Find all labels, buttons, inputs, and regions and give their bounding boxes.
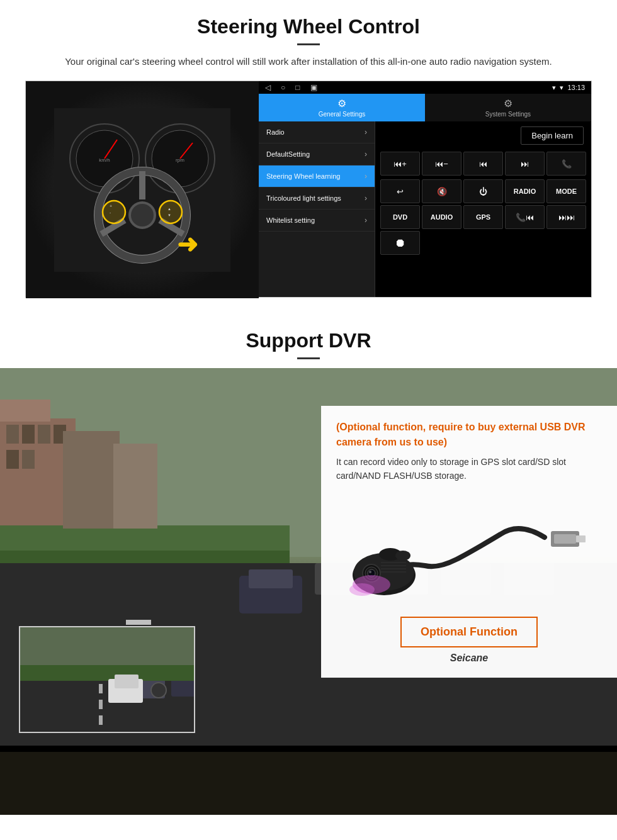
menu-nav-icon[interactable]: ▣ — [310, 83, 317, 92]
menu-item-tricoloured[interactable]: Tricoloured light settings › — [259, 188, 375, 210]
ctrl-btn-prev[interactable]: ⏮ — [463, 152, 503, 176]
svg-rect-63 — [554, 534, 576, 544]
ctrl-btn-next-next[interactable]: ⏭⏭ — [546, 205, 586, 229]
seicane-brand: Seicane — [450, 652, 488, 664]
dvr-title-area: Support DVR — [0, 310, 617, 359]
svg-rect-29 — [6, 450, 19, 469]
radio-chevron-icon: › — [365, 128, 367, 137]
tab-system-settings[interactable]: ⚙ System Settings — [425, 94, 591, 121]
svg-point-17 — [159, 201, 182, 223]
svg-rect-55 — [99, 715, 103, 725]
dvr-title-divider — [297, 357, 320, 359]
optional-function-label: Optional Function — [421, 625, 518, 639]
dvr-thumbnail — [19, 626, 195, 733]
svg-text:▲: ▲ — [167, 207, 171, 211]
svg-text:+: + — [110, 204, 112, 208]
menu-item-default-setting[interactable]: DefaultSetting › — [259, 143, 375, 165]
ctrl-btn-back[interactable]: ↩ — [380, 179, 420, 203]
dvr-background: (Optional function, require to buy exter… — [0, 368, 617, 815]
svg-rect-31 — [0, 400, 50, 422]
ctrl-btn-gps[interactable]: GPS — [463, 205, 503, 229]
menu-item-radio[interactable]: Radio › — [259, 121, 375, 143]
ctrl-btn-record[interactable]: ⏺ — [380, 231, 420, 255]
dvr-title: Support DVR — [25, 329, 592, 352]
steering-section: Steering Wheel Control Your original car… — [0, 0, 617, 310]
svg-rect-47 — [249, 569, 293, 588]
ctrl-btn-vol-plus[interactable]: ⏮+ — [380, 152, 420, 176]
ctrl-btn-dvd[interactable]: DVD — [380, 205, 420, 229]
title-divider — [297, 43, 320, 45]
svg-rect-34 — [63, 431, 120, 529]
recent-nav-icon[interactable]: □ — [295, 83, 300, 92]
whitelist-chevron-icon: › — [365, 216, 367, 225]
home-nav-icon[interactable]: ○ — [281, 83, 285, 92]
control-buttons-row2: ↩ 🔇 ⏻ RADIO MODE — [375, 177, 591, 205]
svg-rect-37 — [126, 620, 151, 625]
steering-wheel-svg: km/h rpm — [54, 108, 230, 272]
svg-rect-61 — [115, 675, 139, 688]
begin-learn-row: Begin learn — [375, 121, 591, 150]
ctrl-btn-phone-prev[interactable]: 📞⏮ — [505, 205, 545, 229]
steering-content-area: km/h rpm — [25, 81, 592, 298]
svg-rect-52 — [20, 678, 195, 733]
android-settings-menu: Radio › DefaultSetting › Steering Wheel … — [259, 121, 375, 297]
dvr-optional-text: (Optional function, require to buy exter… — [336, 420, 602, 450]
svg-rect-49 — [0, 752, 617, 815]
ctrl-btn-next[interactable]: ⏭ — [505, 152, 545, 176]
optional-function-box[interactable]: Optional Function — [400, 617, 538, 647]
system-settings-icon: ⚙ — [504, 98, 512, 109]
tab-system-label: System Settings — [485, 111, 531, 118]
svg-rect-25 — [6, 425, 19, 444]
ctrl-btn-audio[interactable]: AUDIO — [422, 205, 461, 229]
svg-point-70 — [369, 571, 371, 573]
menu-item-steering-wheel[interactable]: Steering Wheel learning › — [259, 165, 375, 188]
svg-rect-54 — [99, 700, 103, 709]
svg-point-78 — [349, 583, 375, 596]
android-content-area: Begin learn ⏮+ ⏮− ⏮ ⏭ 📞 ↩ 🔇 ⏻ — [375, 121, 591, 297]
control-buttons-row4: ⏺ — [375, 231, 591, 257]
ctrl-btn-radio[interactable]: RADIO — [505, 179, 545, 203]
svg-text:➜: ➜ — [177, 230, 198, 258]
steering-description: Your original car's steering wheel contr… — [38, 54, 579, 69]
control-buttons-row3: DVD AUDIO GPS 📞⏮ ⏭⏭ — [375, 205, 591, 231]
signal-icon: ▾ — [552, 84, 556, 92]
svg-point-59 — [151, 683, 166, 698]
ctrl-btn-power[interactable]: ⏻ — [463, 179, 503, 203]
menu-default-label: DefaultSetting — [266, 150, 310, 158]
ctrl-btn-mute[interactable]: 🔇 — [422, 179, 461, 203]
svg-rect-58 — [20, 665, 195, 681]
camera-device-svg — [343, 496, 595, 603]
general-settings-icon: ⚙ — [337, 98, 346, 109]
tricoloured-chevron-icon: › — [365, 194, 367, 203]
ctrl-btn-vol-minus[interactable]: ⏮− — [422, 152, 461, 176]
svg-rect-30 — [22, 450, 35, 469]
dvr-info-card: (Optional function, require to buy exter… — [321, 406, 617, 678]
dvr-thumb-svg — [20, 627, 195, 733]
svg-rect-26 — [22, 425, 35, 444]
steering-photo: km/h rpm — [26, 81, 259, 298]
steering-photo-inner: km/h rpm — [26, 81, 259, 298]
dvr-section: Support DVR — [0, 310, 617, 815]
svg-rect-27 — [38, 425, 50, 444]
svg-text:▼: ▼ — [167, 213, 171, 217]
dvr-description: It can record video only to storage in G… — [336, 455, 602, 483]
android-panel: ◁ ○ □ ▣ ▾ ▾ 13:13 ⚙ General Settings ⚙ S… — [259, 81, 591, 297]
optional-function-container: Optional Function Seicane — [336, 617, 602, 664]
seicane-logo-text: Seicane — [450, 652, 488, 663]
menu-whitelist-label: Whitelist setting — [266, 216, 315, 224]
svg-point-16 — [103, 201, 125, 223]
dvr-camera-illustration — [336, 493, 602, 607]
control-buttons-row1: ⏮+ ⏮− ⏮ ⏭ 📞 — [375, 150, 591, 177]
tab-general-settings[interactable]: ⚙ General Settings — [259, 94, 425, 121]
default-chevron-icon: › — [365, 150, 367, 159]
menu-tricoloured-label: Tricoloured light settings — [266, 194, 341, 202]
menu-steering-label: Steering Wheel learning — [266, 172, 340, 180]
begin-learn-button[interactable]: Begin learn — [521, 126, 584, 145]
status-time: 13:13 — [567, 84, 585, 91]
tab-general-label: General Settings — [319, 111, 366, 118]
menu-item-whitelist[interactable]: Whitelist setting › — [259, 210, 375, 232]
ctrl-btn-phone[interactable]: 📞 — [546, 152, 586, 176]
back-nav-icon[interactable]: ◁ — [265, 83, 271, 92]
ctrl-btn-mode[interactable]: MODE — [546, 179, 586, 203]
wifi-icon: ▾ — [560, 84, 563, 92]
